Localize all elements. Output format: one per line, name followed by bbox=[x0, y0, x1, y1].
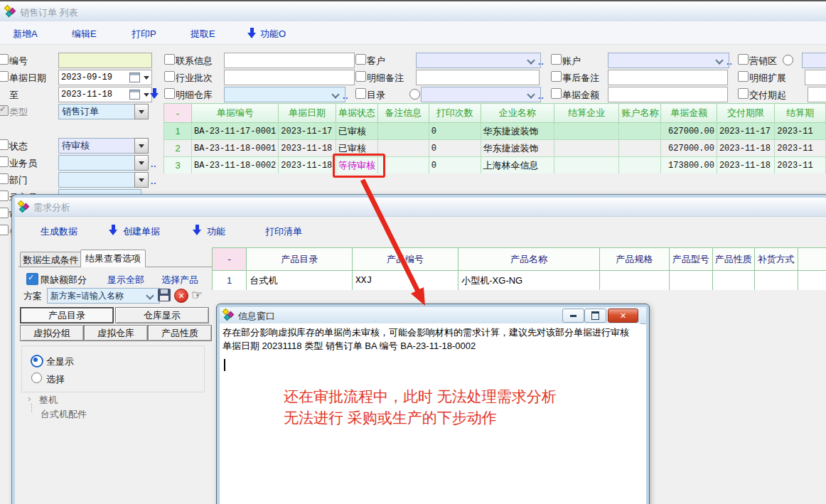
delivery-from-input[interactable] bbox=[808, 87, 826, 102]
filter-checkbox-remark[interactable] bbox=[0, 225, 9, 235]
filter-checkbox-detail-warehouse[interactable] bbox=[164, 88, 175, 99]
customer-combo[interactable] bbox=[416, 53, 541, 68]
virtual-warehouse-button[interactable]: 虚拟仓库 bbox=[84, 325, 148, 341]
header-cell[interactable]: 打印次数 bbox=[429, 104, 481, 123]
tree-node-complete-machine[interactable]: 整机 bbox=[39, 394, 58, 407]
department-combo-button[interactable] bbox=[134, 172, 149, 188]
scheme-combo[interactable]: 新方案=请输入名称 bbox=[47, 288, 160, 304]
close-button[interactable]: ✕ bbox=[608, 309, 638, 323]
filter-checkbox-department[interactable] bbox=[0, 173, 9, 184]
table-row[interactable]: 3 BA-23-11-18-0002 2023-11-18 等待审核 0 上海林… bbox=[164, 157, 826, 174]
header-cell[interactable]: 产品名称 bbox=[458, 248, 599, 271]
menu-generate-data[interactable]: 生成数据 bbox=[41, 225, 77, 238]
type-combo-button[interactable] bbox=[134, 104, 149, 119]
filter-checkbox-after-note[interactable] bbox=[551, 71, 562, 82]
maximize-button[interactable] bbox=[584, 309, 606, 323]
catalog-radio[interactable] bbox=[409, 89, 420, 100]
product-nature-button[interactable]: 产品性质 bbox=[148, 325, 212, 341]
calendar-icon[interactable] bbox=[129, 73, 140, 82]
menu-print-list[interactable]: 打印清单 bbox=[265, 225, 302, 238]
docdate-from-input[interactable]: 2023-09-19 bbox=[58, 70, 152, 85]
filter-checkbox-auditor[interactable] bbox=[0, 208, 9, 218]
batch-input[interactable] bbox=[224, 70, 355, 85]
pointer-hand-icon[interactable]: ☞ bbox=[191, 289, 203, 301]
filter-checkbox-docdate[interactable] bbox=[0, 71, 9, 82]
header-cell[interactable]: 备注信息 bbox=[377, 104, 429, 123]
header-cell[interactable]: 结算企业 bbox=[554, 104, 619, 123]
info-window-titlebar[interactable]: 信息窗口 ✕ bbox=[220, 307, 646, 324]
header-cell[interactable]: 产品规格 bbox=[599, 248, 669, 271]
table-row[interactable]: 1 BA-23-11-17-0001 2023-11-17 已审核 0 华东捷波… bbox=[164, 123, 826, 140]
status-combo-button[interactable] bbox=[134, 138, 149, 154]
tree-expand-icon[interactable]: › bbox=[28, 393, 31, 404]
sales-region-radio[interactable] bbox=[783, 55, 793, 65]
header-cell[interactable]: - bbox=[164, 104, 192, 123]
filter-checkbox-salesman[interactable] bbox=[0, 156, 9, 167]
docdate-to-input[interactable]: 2023-11-18 bbox=[58, 87, 152, 102]
calendar-icon[interactable] bbox=[129, 90, 140, 100]
virtual-group-button[interactable]: 虚拟分组 bbox=[20, 325, 84, 341]
tab-result-options[interactable]: 结果查看选项 bbox=[80, 250, 146, 267]
apply-dates-arrow-icon[interactable] bbox=[150, 88, 159, 99]
tree-node-desktop-parts[interactable]: 台式机配件 bbox=[41, 408, 87, 421]
account-combo[interactable] bbox=[608, 53, 729, 68]
header-cell[interactable]: 单据日期 bbox=[279, 104, 336, 123]
show-all-radio[interactable] bbox=[31, 355, 43, 368]
demand-window-titlebar[interactable]: 需求分析 bbox=[15, 198, 826, 217]
filter-checkbox-number[interactable] bbox=[0, 54, 9, 65]
product-row[interactable]: 1 台式机 XXJ 小型机-XG-NG bbox=[213, 271, 826, 291]
minimize-button[interactable] bbox=[562, 309, 584, 323]
menu-function[interactable]: 功能 bbox=[207, 225, 225, 238]
detail-warehouse-combo[interactable] bbox=[224, 87, 345, 102]
shortage-only-checkbox[interactable] bbox=[26, 273, 38, 285]
delete-scheme-icon[interactable]: ✕ bbox=[174, 289, 188, 303]
menu-extract[interactable]: 提取E bbox=[191, 28, 215, 41]
header-cell[interactable] bbox=[798, 248, 826, 271]
department-combo[interactable] bbox=[58, 172, 141, 188]
filter-checkbox-account[interactable] bbox=[551, 54, 562, 65]
header-cell[interactable]: 账户名称 bbox=[619, 104, 661, 123]
header-cell[interactable]: 产品性质 bbox=[712, 248, 754, 271]
number-input[interactable] bbox=[58, 53, 152, 68]
filter-checkbox-customer[interactable] bbox=[355, 54, 366, 65]
filter-checkbox-contact[interactable] bbox=[164, 54, 175, 65]
doc-amount-input[interactable] bbox=[608, 87, 728, 102]
menu-print[interactable]: 打印P bbox=[132, 28, 156, 41]
customer-more-link[interactable]: .. bbox=[538, 57, 545, 67]
filter-checkbox-detail-note[interactable] bbox=[355, 71, 366, 82]
info-message-area[interactable]: 存在部分影响虚拟库存的单据尚未审核，可能会影响材料的需求计算，建议先对该部分单据… bbox=[220, 323, 640, 504]
header-cell[interactable]: 产品目录 bbox=[247, 248, 352, 271]
salesman-combo[interactable] bbox=[58, 155, 141, 171]
filter-checkbox-status[interactable] bbox=[0, 139, 9, 150]
menu-add[interactable]: 新增A bbox=[13, 28, 38, 41]
header-cell[interactable]: 产品型号 bbox=[669, 248, 712, 271]
filter-checkbox-catalog[interactable] bbox=[355, 88, 366, 99]
date-dropdown-icon[interactable] bbox=[144, 76, 149, 80]
detail-note-input[interactable] bbox=[416, 70, 540, 85]
account-more-link[interactable]: .. bbox=[726, 57, 733, 67]
header-cell[interactable]: 补货方式 bbox=[754, 248, 798, 271]
department-more-link[interactable]: .. bbox=[151, 176, 157, 186]
menu-function[interactable]: 功能O bbox=[260, 28, 286, 41]
salesman-combo-button[interactable] bbox=[134, 155, 149, 171]
contact-input[interactable] bbox=[224, 53, 355, 68]
filter-checkbox-entry-clerk[interactable] bbox=[0, 191, 9, 201]
filter-checkbox-type[interactable] bbox=[0, 105, 9, 116]
header-cell[interactable]: 结算期 bbox=[775, 104, 826, 123]
warehouse-display-button[interactable]: 仓库显示 bbox=[115, 307, 209, 323]
tab-data-conditions[interactable]: 数据生成条件 bbox=[20, 252, 82, 267]
status-combo[interactable]: 待审核 bbox=[58, 138, 141, 154]
select-product-link[interactable]: 选择产品 bbox=[161, 274, 198, 286]
header-cell[interactable]: 单据状态 bbox=[336, 104, 377, 123]
menu-edit[interactable]: 编辑E bbox=[72, 28, 97, 41]
sales-region-combo[interactable] bbox=[802, 53, 826, 68]
header-cell[interactable]: 单据金额 bbox=[661, 104, 717, 123]
salesman-more-link[interactable]: .. bbox=[151, 159, 157, 169]
header-cell[interactable]: 企业名称 bbox=[481, 104, 554, 123]
select-radio[interactable] bbox=[31, 372, 42, 383]
catalog-combo[interactable] bbox=[421, 87, 541, 102]
table-row[interactable]: 2 BA-23-11-18-0001 2023-11-18 已审核 0 华东捷波… bbox=[164, 140, 826, 157]
after-note-input[interactable] bbox=[608, 70, 728, 85]
date-dropdown-icon[interactable] bbox=[144, 93, 149, 97]
header-cell[interactable]: 单据编号 bbox=[192, 104, 279, 123]
